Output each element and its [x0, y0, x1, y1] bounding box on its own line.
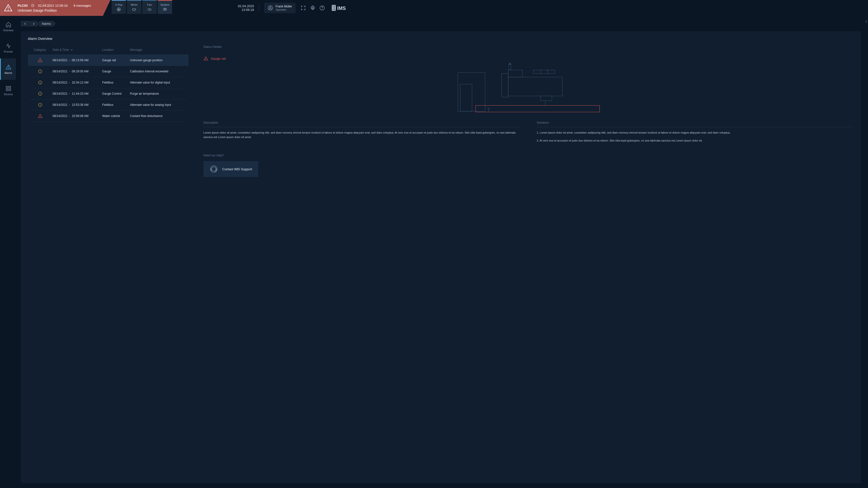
col-category[interactable]: Category: [28, 48, 53, 52]
table-header: Category Date & Time Location Message: [28, 45, 188, 55]
svg-rect-20: [332, 10, 336, 11]
svg-rect-19: [332, 5, 336, 6]
svg-point-37: [40, 105, 40, 106]
severity-icon: [28, 80, 53, 85]
row-message: Alternate value for digital input: [130, 81, 188, 84]
row-location: Water cubicle: [102, 114, 130, 118]
tab-label: X-Ray: [115, 3, 123, 6]
svg-rect-25: [9, 86, 11, 88]
description-text: Lorem ipsum dolor sit amet, consetetur s…: [204, 131, 361, 139]
breadcrumb-item[interactable]: Alarms: [37, 21, 56, 27]
sidebar-item-overview[interactable]: Overview: [0, 16, 16, 37]
svg-point-39: [40, 117, 40, 117]
activity-icon: [5, 43, 11, 49]
sidebar-item-alarms[interactable]: Alarms: [0, 59, 16, 80]
alarm-table: Category Date & Time Location Message 06…: [28, 45, 188, 177]
svg-rect-24: [6, 86, 8, 88]
row-message: Unknown gauge position: [130, 59, 188, 62]
row-message: Coolant flow disturbance: [130, 114, 188, 118]
sidebar: Overview Process Alarms Devices: [0, 16, 16, 203]
row-location: Fieldbus: [102, 103, 130, 106]
sidebar-label: Devices: [4, 93, 13, 96]
gear-icon[interactable]: [310, 5, 315, 11]
row-datetime: 06/14/2021 - 08:13:56 AM: [53, 59, 102, 62]
user-menu[interactable]: Frank Müller Operator: [264, 3, 296, 13]
tab-motor[interactable]: Motor: [127, 0, 142, 14]
svg-rect-5: [132, 8, 135, 10]
svg-rect-16: [332, 6, 333, 10]
sidebar-item-devices[interactable]: Devices: [0, 80, 16, 101]
alert-icon: [5, 64, 11, 70]
row-message: Alternate value for analog input: [130, 103, 188, 106]
breadcrumb-back[interactable]: [21, 21, 29, 27]
row-datetime: 06/14/2021 - 13:53:36 AM: [53, 103, 102, 106]
tab-system[interactable]: System: [158, 0, 172, 14]
alert-timestamp: 02.04.2021 12:06:10: [38, 4, 67, 7]
svg-rect-18: [335, 6, 336, 10]
tab-label: Fan: [147, 3, 152, 6]
tab-label: Motor: [131, 3, 137, 6]
severity-icon: [28, 113, 53, 119]
sidebar-item-process[interactable]: Process: [0, 37, 16, 59]
col-location[interactable]: Location: [102, 48, 130, 52]
user-name: Frank Müller: [276, 5, 292, 8]
warning-icon: [204, 56, 208, 61]
xray-icon: [116, 7, 121, 12]
plc-label: PLC03: [18, 4, 28, 7]
tab-xray[interactable]: X-Ray: [112, 0, 126, 14]
user-role: Operator: [276, 8, 292, 11]
contact-support-button[interactable]: Contact IMS Support: [204, 161, 258, 177]
motor-icon: [132, 7, 137, 12]
row-datetime: 06/14/2021 - 15:59:06 AM: [53, 114, 102, 118]
row-location: Gauge rail: [102, 59, 130, 62]
chevron-down-icon: [70, 49, 73, 51]
row-message: Calibration interval exceeded: [130, 70, 188, 73]
detail-title: Gauge rail: [211, 57, 226, 61]
severity-icon: [28, 69, 53, 74]
table-row[interactable]: 06/14/2021 - 11:44:33 AM Gauge Control P…: [28, 88, 188, 99]
header-datetime: 02.04.2020 13:09:18: [238, 4, 259, 12]
col-message[interactable]: Message: [130, 48, 188, 52]
row-message: Purge air temperature: [130, 92, 188, 95]
svg-point-4: [118, 9, 120, 10]
svg-point-1: [8, 10, 8, 10]
svg-point-15: [322, 9, 322, 9]
chevron-right-icon: [33, 23, 35, 25]
table-row[interactable]: 06/14/2021 - 13:53:36 AM Fieldbus Altern…: [28, 99, 188, 110]
help-label: Need our help?: [204, 154, 361, 157]
svg-rect-27: [9, 89, 11, 91]
table-row[interactable]: 06/14/2021 - 15:59:06 AM Water cubicle C…: [28, 110, 188, 122]
svg-text:IMS: IMS: [337, 5, 346, 11]
severity-icon: [28, 102, 53, 107]
breadcrumb: Alarms: [21, 21, 56, 27]
sidebar-label: Alarms: [4, 72, 12, 74]
grid-icon: [5, 86, 11, 92]
fan-icon: [147, 7, 152, 12]
svg-point-12: [270, 7, 271, 8]
help-icon[interactable]: [319, 5, 325, 11]
alert-text: Unknown Gauge Position: [18, 8, 91, 12]
col-datetime[interactable]: Date & Time: [53, 48, 102, 52]
contact-label: Contact IMS Support: [222, 167, 252, 171]
panel-title: Alarm Overview: [28, 37, 361, 41]
col-status: Status Details: [204, 45, 222, 48]
device-diagram: [204, 63, 361, 112]
table-row[interactable]: 06/14/2021 - 10:34:12 AM Fieldbus Altern…: [28, 77, 188, 88]
svg-point-33: [40, 83, 40, 84]
svg-point-31: [40, 72, 40, 72]
fullscreen-icon[interactable]: [301, 5, 306, 11]
status-details: Status Details Gauge rail: [204, 45, 361, 177]
svg-rect-59: [216, 168, 217, 170]
row-datetime: 06/14/2021 - 10:34:12 AM: [53, 81, 102, 84]
tab-fan[interactable]: Fan: [142, 0, 157, 14]
svg-point-13: [312, 7, 313, 9]
svg-point-10: [164, 9, 165, 10]
table-row[interactable]: 06/14/2021 - 08:13:56 AM Gauge rail Unkn…: [28, 55, 188, 66]
svg-rect-26: [6, 89, 8, 91]
svg-point-29: [40, 61, 40, 62]
table-row[interactable]: 06/14/2021 - 08:29:05 AM Gauge Calibrati…: [28, 66, 188, 77]
svg-point-35: [40, 94, 40, 95]
row-location: Gauge Control: [102, 92, 130, 95]
severity-icon: [28, 91, 53, 96]
header-tabs: X-Ray Motor Fan System: [104, 0, 172, 16]
